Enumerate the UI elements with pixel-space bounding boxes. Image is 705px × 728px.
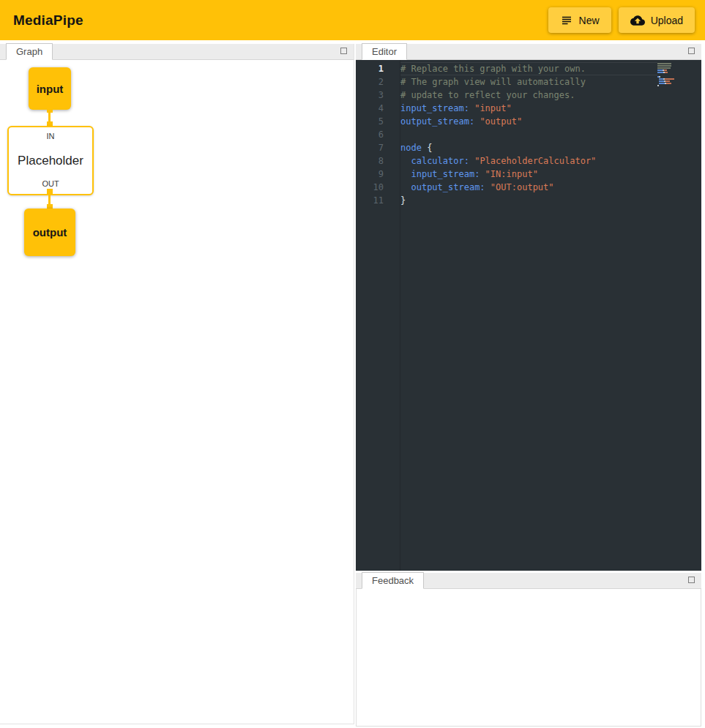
node-input-label: input bbox=[37, 83, 64, 95]
code-line: calculator: "PlaceholderCalculator" bbox=[400, 154, 657, 168]
code-line: input_stream: "input" bbox=[400, 102, 657, 115]
code-editor[interactable]: 1234567891011 # Replace this graph with … bbox=[356, 60, 701, 571]
feedback-panel-header: Feedback bbox=[356, 573, 701, 589]
code-line bbox=[400, 128, 657, 141]
maximize-icon[interactable] bbox=[688, 577, 695, 583]
code-line: output_stream: "OUT:output" bbox=[400, 181, 657, 194]
graph-node-output[interactable]: output bbox=[24, 209, 75, 256]
upload-button-label: Upload bbox=[651, 15, 683, 26]
feedback-panel: Feedback bbox=[356, 573, 701, 727]
code-line: # The graph view will automatically bbox=[400, 75, 657, 89]
graph-panel-header: Graph bbox=[0, 44, 354, 60]
editor-panel: Editor 1234567891011 # Replace this grap… bbox=[356, 44, 701, 571]
code-line: input_stream: "IN:input" bbox=[400, 168, 657, 181]
minimap[interactable] bbox=[657, 63, 693, 87]
graph-node-placeholder[interactable]: IN Placeholder OUT bbox=[7, 126, 94, 195]
upload-button[interactable]: Upload bbox=[619, 7, 695, 33]
code-line: } bbox=[400, 194, 657, 207]
graph-canvas[interactable]: input IN Placeholder OUT output bbox=[0, 60, 354, 724]
tab-graph[interactable]: Graph bbox=[6, 43, 53, 60]
line-numbers: 1234567891011 bbox=[356, 62, 384, 207]
code-line: # update to reflect your changes. bbox=[400, 89, 657, 102]
new-button-label: New bbox=[579, 15, 600, 26]
cloud-upload-icon bbox=[630, 13, 645, 28]
graph-node-input[interactable]: input bbox=[29, 67, 71, 110]
feedback-content bbox=[356, 589, 701, 727]
maximize-icon[interactable] bbox=[340, 48, 347, 54]
code-line: output_stream: "output" bbox=[400, 115, 657, 128]
top-bar: MediaPipe New Upload bbox=[0, 0, 705, 40]
editor-panel-header: Editor bbox=[356, 44, 701, 60]
new-list-icon bbox=[560, 14, 573, 27]
new-button[interactable]: New bbox=[548, 7, 611, 33]
out-port-label: OUT bbox=[9, 179, 92, 188]
tab-editor[interactable]: Editor bbox=[362, 43, 407, 60]
mediapipe-visualizer: MediaPipe New Upload bbox=[0, 0, 705, 728]
top-bar-actions: New Upload bbox=[548, 7, 695, 33]
maximize-icon[interactable] bbox=[688, 48, 695, 54]
code-line: # Replace this graph with your own. bbox=[400, 62, 657, 75]
placeholder-node-label: Placeholder bbox=[9, 154, 92, 168]
code-line: node { bbox=[400, 141, 657, 154]
app-title: MediaPipe bbox=[13, 12, 83, 29]
graph-panel: Graph input IN Placeholder OUT output bbox=[0, 44, 354, 724]
in-port-label: IN bbox=[9, 132, 92, 140]
node-output-label: output bbox=[33, 226, 67, 239]
code-lines: # Replace this graph with your own.# The… bbox=[400, 62, 657, 207]
tab-feedback[interactable]: Feedback bbox=[362, 572, 424, 589]
